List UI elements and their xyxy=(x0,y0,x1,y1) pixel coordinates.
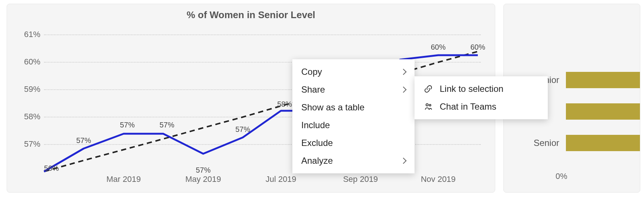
menu-item-share[interactable]: Share xyxy=(292,81,415,99)
bar xyxy=(566,72,640,88)
menu-item-show-table[interactable]: Show as a table xyxy=(292,99,415,116)
x-tick: Mar 2019 xyxy=(107,174,141,184)
y-tick: 59% xyxy=(24,84,40,94)
x-tick: Sep 2019 xyxy=(343,174,378,184)
menu-item-analyze[interactable]: Analyze xyxy=(292,152,415,170)
data-label: 57% xyxy=(235,125,250,134)
menu-label: Share xyxy=(301,84,325,95)
menu-label: Copy xyxy=(301,67,322,77)
menu-item-exclude[interactable]: Exclude xyxy=(292,134,415,152)
y-tick: 58% xyxy=(24,112,40,122)
data-label: 57% xyxy=(160,121,174,129)
context-menu: Copy Share Show as a table Include Exclu… xyxy=(292,59,415,173)
bar xyxy=(566,135,640,151)
y-tick: 61% xyxy=(24,30,40,39)
svg-point-1 xyxy=(429,104,431,106)
data-label: 58% xyxy=(277,100,292,109)
x-tick: May 2019 xyxy=(185,174,221,184)
menu-item-include[interactable]: Include xyxy=(292,116,415,134)
menu-label: Include xyxy=(301,120,330,130)
bar-row-senior[interactable]: Senior xyxy=(526,134,640,152)
data-label: 57% xyxy=(76,136,91,145)
data-label: 57% xyxy=(196,166,211,174)
y-tick: 57% xyxy=(24,139,40,149)
menu-item-copy[interactable]: Copy xyxy=(292,63,415,81)
submenu-link-selection[interactable]: Link to selection xyxy=(415,80,548,98)
svg-point-0 xyxy=(426,104,428,106)
submenu-chat-teams[interactable]: Chat in Teams xyxy=(415,98,548,116)
menu-label: Show as a table xyxy=(301,102,365,113)
share-submenu: Link to selection Chat in Teams xyxy=(415,76,548,119)
x-tick: Jul 2019 xyxy=(265,174,296,184)
chart-title: % of Women in Senior Level xyxy=(7,9,495,21)
side-x-tick: 0% xyxy=(556,172,567,181)
bar xyxy=(566,103,640,120)
y-tick: 60% xyxy=(24,57,40,67)
data-label: 60% xyxy=(470,43,485,51)
x-tick: Nov 2019 xyxy=(421,174,456,184)
chevron-right-icon xyxy=(400,87,407,93)
data-label: 60% xyxy=(431,43,446,51)
submenu-label: Link to selection xyxy=(440,84,503,94)
link-icon xyxy=(423,84,433,94)
bar-label: Senior xyxy=(526,138,559,148)
submenu-label: Chat in Teams xyxy=(440,101,496,112)
data-label: 57% xyxy=(120,121,135,129)
menu-label: Exclude xyxy=(301,138,333,148)
menu-label: Analyze xyxy=(301,156,333,166)
data-label: 56% xyxy=(44,164,59,173)
chevron-right-icon xyxy=(400,158,407,164)
teams-icon xyxy=(423,102,433,112)
chevron-right-icon xyxy=(400,69,407,75)
